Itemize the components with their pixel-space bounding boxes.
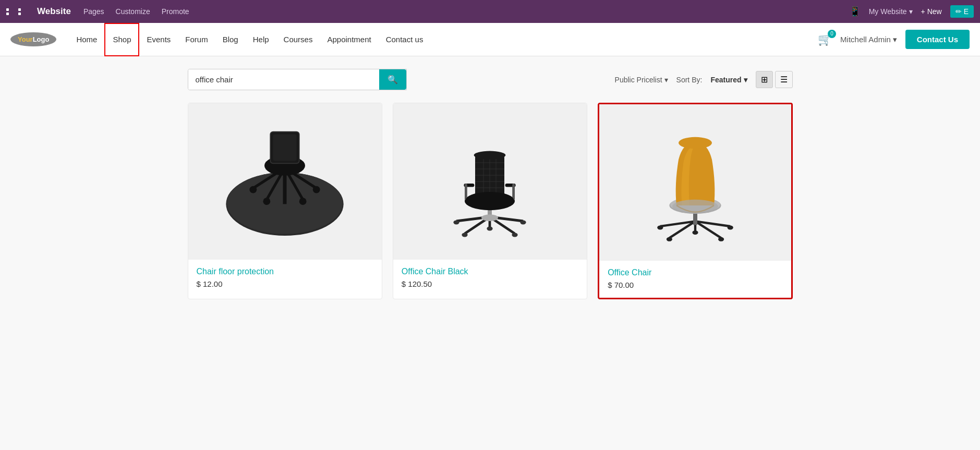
contact-us-button[interactable]: Contact Us [905,30,970,49]
chevron-down-icon: ▾ [664,76,668,84]
my-website-dropdown[interactable]: My Website ▾ [869,7,913,16]
cart-icon[interactable]: 🛒 0 [818,33,832,46]
cart-badge: 0 [828,30,836,38]
search-button[interactable]: 🔍 [379,69,406,90]
admin-bar-right: 📱 My Website ▾ + New ✏ E [849,5,974,18]
product-price-black-chair: $ 120.50 [402,279,578,288]
nav-appointment[interactable]: Appointment [320,23,378,56]
svg-point-9 [250,186,257,193]
view-toggle: ⊞ ☰ [756,71,793,88]
svg-point-55 [679,137,712,149]
svg-point-22 [521,220,526,224]
svg-point-50 [727,225,733,229]
svg-point-47 [667,237,672,241]
black-chair-illustration [427,111,552,252]
list-view-icon: ☰ [780,75,788,84]
product-info-yellow-chair: Office Chair $ 70.00 [599,261,791,298]
nav-courses[interactable]: Courses [276,23,320,56]
product-name-yellow-chair[interactable]: Office Chair [608,268,782,277]
chevron-down-icon: ▾ [744,76,747,84]
product-info-black-chair: Office Chair Black $ 120.50 [393,260,587,297]
admin-bar-nav: Pages Customize Promote [83,7,189,16]
product-info-mat: Chair floor protection $ 12.00 [188,260,382,297]
svg-point-8 [299,198,307,205]
nav-contact-us[interactable]: Contact us [379,23,431,56]
search-options: Public Pricelist ▾ Sort By: Featured ▾ ⊞… [615,71,793,88]
svg-point-49 [657,225,663,229]
nav-bar: YourLogo Home Shop Events Forum Blog Hel… [0,23,980,56]
admin-bar-title: Website [37,6,71,17]
list-view-button[interactable]: ☰ [775,71,793,88]
main-content: 🔍 Public Pricelist ▾ Sort By: Featured ▾… [177,56,803,312]
nav-blog[interactable]: Blog [215,23,246,56]
svg-point-23 [487,226,493,230]
nav-home[interactable]: Home [69,23,104,56]
logo[interactable]: YourLogo [10,32,56,46]
nav-shop[interactable]: Shop [104,23,139,56]
product-image-yellow-chair [599,104,791,261]
product-name-mat[interactable]: Chair floor protection [197,267,373,276]
product-card-mat[interactable]: Chair floor protection $ 12.00 [188,103,382,299]
product-price-yellow-chair: $ 70.00 [608,281,782,289]
grid-menu-icon[interactable] [6,8,29,15]
svg-point-20 [512,233,518,237]
product-grid: Chair floor protection $ 12.00 [188,103,793,299]
admin-name-dropdown[interactable]: Mitchell Admin ▾ [840,35,897,44]
pricelist-dropdown[interactable]: Public Pricelist ▾ [615,76,668,84]
new-button[interactable]: + New [921,7,942,16]
svg-point-10 [313,186,320,193]
sort-dropdown[interactable]: Featured ▾ [710,76,747,84]
svg-rect-13 [273,135,297,161]
admin-bar: Website Pages Customize Promote 📱 My Web… [0,0,980,23]
admin-nav-pages[interactable]: Pages [83,7,104,16]
svg-point-48 [718,237,724,241]
admin-nav-customize[interactable]: Customize [116,7,150,16]
edit-icon: ✏ [955,7,962,16]
logo-oval: YourLogo [10,32,56,46]
svg-point-40 [466,192,514,209]
chevron-down-icon: ▾ [893,35,897,44]
product-name-black-chair[interactable]: Office Chair Black [402,267,578,276]
product-price-mat: $ 12.00 [197,279,373,288]
nav-forum[interactable]: Forum [178,23,215,56]
admin-nav-promote[interactable]: Promote [162,7,189,16]
product-image-mat [188,103,382,260]
product-card-yellow-chair[interactable]: Office Chair $ 70.00 [598,103,792,299]
svg-point-56 [672,200,718,213]
svg-point-7 [263,198,271,205]
edit-button[interactable]: ✏ E [950,5,974,18]
search-input[interactable] [188,69,379,90]
svg-point-19 [462,233,468,237]
nav-help[interactable]: Help [246,23,276,56]
svg-point-39 [474,151,506,160]
sort-label: Sort By: [676,76,703,84]
search-input-wrap: 🔍 [188,69,407,90]
svg-point-21 [454,220,459,224]
grid-view-button[interactable]: ⊞ [756,71,773,88]
product-image-black-chair [393,103,587,260]
chevron-down-icon: ▾ [909,7,913,16]
search-bar: 🔍 Public Pricelist ▾ Sort By: Featured ▾… [188,69,793,90]
yellow-chair-illustration [633,107,758,258]
product-card-black-chair[interactable]: Office Chair Black $ 120.50 [393,103,587,299]
svg-point-51 [692,230,698,235]
svg-point-41 [481,214,498,221]
nav-right: 🛒 0 Mitchell Admin ▾ Contact Us [818,30,970,49]
search-icon: 🔍 [388,75,398,84]
mobile-icon[interactable]: 📱 [849,6,861,17]
nav-events[interactable]: Events [139,23,178,56]
mat-illustration [217,119,353,244]
grid-view-icon: ⊞ [761,75,768,84]
nav-links: Home Shop Events Forum Blog Help Courses… [69,23,430,56]
